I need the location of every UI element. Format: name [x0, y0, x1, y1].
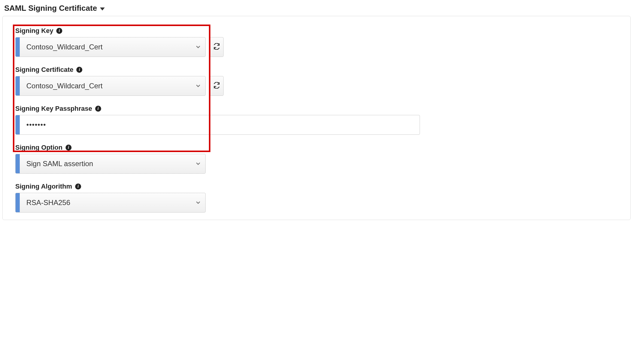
config-panel: Signing Key i Contoso_Wildcard_Cert — [2, 16, 631, 220]
signing-key-passphrase-input-wrap — [15, 115, 420, 135]
info-icon[interactable]: i — [76, 67, 82, 73]
signing-certificate-group: Signing Certificate i Contoso_Wildcard_C… — [15, 66, 618, 96]
refresh-signing-certificate-button[interactable] — [210, 76, 224, 96]
signing-certificate-input-row: Contoso_Wildcard_Cert — [15, 76, 618, 96]
signing-option-select[interactable]: Sign SAML assertion — [15, 154, 206, 174]
signing-option-input-row: Sign SAML assertion — [15, 154, 618, 174]
signing-key-group: Signing Key i Contoso_Wildcard_Cert — [15, 27, 618, 57]
signing-certificate-value: Contoso_Wildcard_Cert — [20, 76, 191, 95]
signing-algorithm-group: Signing Algorithm i RSA-SHA256 — [15, 183, 618, 213]
signing-option-group: Signing Option i Sign SAML assertion — [15, 144, 618, 174]
signing-key-passphrase-label-row: Signing Key Passphrase i — [15, 105, 618, 113]
chevron-down-icon — [191, 193, 205, 212]
signing-key-passphrase-group: Signing Key Passphrase i — [15, 105, 618, 135]
signing-algorithm-input-row: RSA-SHA256 — [15, 193, 618, 213]
refresh-signing-key-button[interactable] — [210, 37, 224, 57]
signing-key-select[interactable]: Contoso_Wildcard_Cert — [15, 37, 206, 57]
signing-key-value: Contoso_Wildcard_Cert — [20, 37, 191, 57]
status-bar — [16, 193, 20, 212]
chevron-down-icon — [191, 37, 205, 57]
signing-option-label-row: Signing Option i — [15, 144, 618, 151]
signing-option-value: Sign SAML assertion — [20, 154, 191, 173]
info-icon[interactable]: i — [95, 106, 101, 112]
status-bar — [16, 37, 20, 57]
info-icon[interactable]: i — [66, 145, 72, 151]
signing-certificate-label: Signing Certificate — [15, 66, 73, 74]
status-bar — [16, 115, 20, 134]
signing-algorithm-value: RSA-SHA256 — [20, 193, 191, 212]
signing-certificate-select[interactable]: Contoso_Wildcard_Cert — [15, 76, 206, 96]
signing-key-passphrase-input[interactable] — [20, 115, 420, 134]
caret-down-icon — [100, 7, 105, 10]
signing-certificate-label-row: Signing Certificate i — [15, 66, 618, 74]
status-bar — [16, 76, 20, 95]
signing-algorithm-label-row: Signing Algorithm i — [15, 183, 618, 190]
signing-algorithm-label: Signing Algorithm — [15, 183, 72, 190]
info-icon[interactable]: i — [56, 28, 62, 34]
signing-key-passphrase-label: Signing Key Passphrase — [15, 105, 92, 113]
signing-algorithm-select[interactable]: RSA-SHA256 — [15, 193, 206, 213]
signing-key-label: Signing Key — [15, 27, 53, 35]
section-title: SAML Signing Certificate — [4, 4, 97, 13]
chevron-down-icon — [191, 76, 205, 95]
refresh-icon — [213, 43, 220, 51]
info-icon[interactable]: i — [75, 183, 81, 189]
section-header[interactable]: SAML Signing Certificate — [2, 2, 631, 16]
chevron-down-icon — [191, 154, 205, 173]
status-bar — [16, 154, 20, 173]
signing-key-label-row: Signing Key i — [15, 27, 618, 35]
signing-key-input-row: Contoso_Wildcard_Cert — [15, 37, 618, 57]
refresh-icon — [213, 82, 220, 90]
signing-option-label: Signing Option — [15, 144, 63, 151]
